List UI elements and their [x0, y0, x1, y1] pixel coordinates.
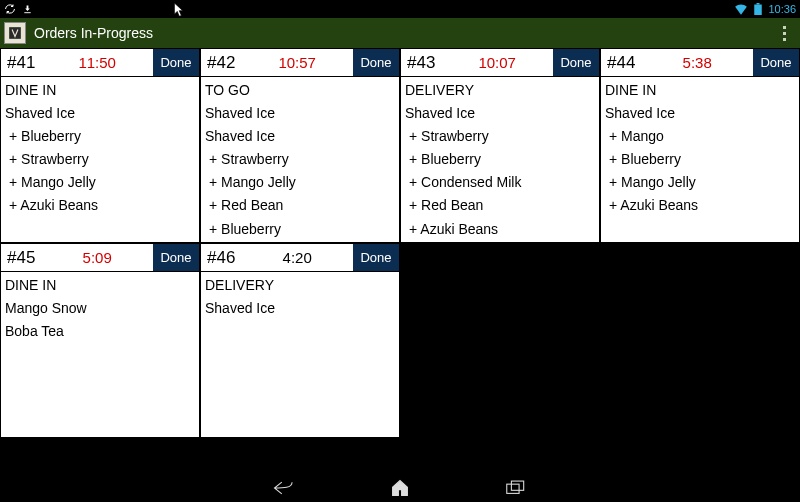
order-number: #44 [601, 49, 641, 76]
item-modifier: + Strawberry [205, 148, 395, 171]
order-number: #41 [1, 49, 41, 76]
done-button[interactable]: Done [353, 244, 399, 271]
ticket-body: DINE INShaved Ice + Blueberry + Strawber… [1, 77, 199, 242]
status-clock: 10:36 [768, 3, 796, 15]
item-name: Mango Snow [5, 297, 195, 320]
item-name: Shaved Ice [205, 297, 395, 320]
ticket-header: #464:20Done [201, 244, 399, 272]
order-number: #46 [201, 244, 241, 271]
elapsed-time: 10:57 [241, 49, 353, 76]
order-type: DELIVERY [205, 274, 395, 297]
empty-cell [600, 243, 800, 438]
svg-rect-2 [757, 3, 760, 5]
item-modifier: + Blueberry [205, 218, 395, 241]
wifi-icon [734, 3, 748, 15]
item-modifier: + Mochi [405, 241, 595, 242]
item-modifier: + Azuki Beans [405, 218, 595, 241]
done-button[interactable]: Done [353, 49, 399, 76]
svg-rect-1 [755, 5, 763, 16]
elapsed-time: 4:20 [241, 244, 353, 271]
ticket-card: #4210:57DoneTO GOShaved IceShaved Ice + … [200, 48, 400, 243]
ticket-header: #455:09Done [1, 244, 199, 272]
elapsed-time: 11:50 [41, 49, 153, 76]
svg-rect-5 [511, 481, 523, 490]
item-modifier: + Mango [605, 125, 795, 148]
nav-back-button[interactable] [271, 475, 297, 501]
done-button[interactable]: Done [553, 49, 599, 76]
ticket-header: #445:38Done [601, 49, 799, 77]
android-status-bar: 10:36 [0, 0, 800, 18]
android-nav-bar [0, 474, 800, 502]
ticket-card: #445:38DoneDINE INShaved Ice + Mango + B… [600, 48, 800, 243]
ticket-card: #4310:07DoneDELIVERYShaved Ice + Strawbe… [400, 48, 600, 243]
order-type: DINE IN [605, 79, 795, 102]
elapsed-time: 5:09 [41, 244, 153, 271]
item-name: Shaved Ice [5, 102, 195, 125]
item-name: Shaved Ice [605, 102, 795, 125]
tickets-grid: #4111:50DoneDINE INShaved Ice + Blueberr… [0, 48, 800, 474]
ticket-body: DELIVERYShaved Ice + Strawberry + Bluebe… [401, 77, 599, 242]
item-modifier: + Strawberry [5, 148, 195, 171]
item-name: Shaved Ice [205, 102, 395, 125]
order-type: TO GO [205, 79, 395, 102]
item-name: Shaved Ice [205, 125, 395, 148]
item-modifier: + Condensed Milk [405, 171, 595, 194]
ticket-card: #464:20DoneDELIVERYShaved Ice [200, 243, 400, 438]
order-type: DINE IN [5, 274, 195, 297]
ticket-body: DINE INMango SnowBoba Tea [1, 272, 199, 437]
item-name: Boba Tea [5, 320, 195, 343]
item-modifier: + Azuki Beans [5, 194, 195, 217]
empty-cell [400, 243, 600, 438]
ticket-card: #455:09DoneDINE INMango SnowBoba Tea [0, 243, 200, 438]
item-modifier: + Red Bean [405, 194, 595, 217]
item-modifier: + Blueberry [405, 148, 595, 171]
ticket-header: #4210:57Done [201, 49, 399, 77]
ticket-header: #4310:07Done [401, 49, 599, 77]
app-bar: Orders In-Progress [0, 18, 800, 48]
item-modifier: + Azuki Beans [205, 241, 395, 242]
item-modifier: + Blueberry [605, 148, 795, 171]
elapsed-time: 10:07 [441, 49, 553, 76]
item-modifier: + Mango Jelly [205, 171, 395, 194]
download-icon [22, 4, 33, 15]
item-name: Shaved Ice [405, 102, 595, 125]
ticket-header: #4111:50Done [1, 49, 199, 77]
app-icon [4, 22, 26, 44]
order-number: #43 [401, 49, 441, 76]
nav-recents-button[interactable] [503, 475, 529, 501]
item-modifier: + Blueberry [5, 125, 195, 148]
item-modifier: + Mango Jelly [605, 171, 795, 194]
item-modifier: + Azuki Beans [605, 194, 795, 217]
mouse-cursor-icon [173, 1, 185, 17]
ticket-body: TO GOShaved IceShaved Ice + Strawberry +… [201, 77, 399, 242]
sync-icon [4, 3, 16, 15]
app-title: Orders In-Progress [34, 25, 153, 41]
done-button[interactable]: Done [153, 244, 199, 271]
overflow-menu-button[interactable] [772, 21, 796, 45]
svg-rect-4 [507, 484, 519, 493]
order-number: #42 [201, 49, 241, 76]
order-type: DINE IN [5, 79, 195, 102]
item-modifier: + Strawberry [405, 125, 595, 148]
ticket-card: #4111:50DoneDINE INShaved Ice + Blueberr… [0, 48, 200, 243]
done-button[interactable]: Done [753, 49, 799, 76]
order-type: DELIVERY [405, 79, 595, 102]
svg-rect-0 [24, 12, 30, 13]
battery-icon [754, 3, 762, 15]
item-modifier: + Red Bean [205, 194, 395, 217]
item-modifier: + Mango Jelly [5, 171, 195, 194]
order-number: #45 [1, 244, 41, 271]
nav-home-button[interactable] [387, 475, 413, 501]
ticket-body: DELIVERYShaved Ice [201, 272, 399, 437]
elapsed-time: 5:38 [641, 49, 753, 76]
done-button[interactable]: Done [153, 49, 199, 76]
ticket-body: DINE INShaved Ice + Mango + Blueberry + … [601, 77, 799, 242]
